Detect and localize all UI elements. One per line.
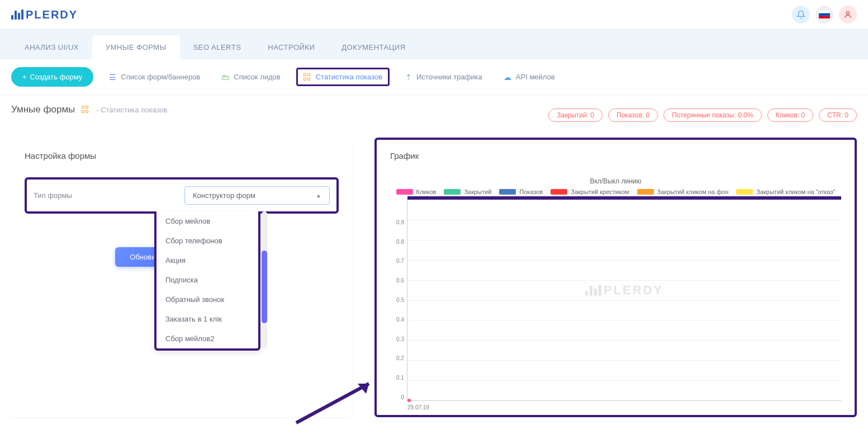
svg-point-3 xyxy=(846,12,849,15)
grid-line xyxy=(407,380,841,381)
y-tick: 0.6 xyxy=(391,277,404,284)
dropdown-option[interactable]: Подписка xyxy=(156,270,258,290)
swatch-icon xyxy=(637,189,654,195)
toolbar-link-label: Источники трафика xyxy=(416,73,482,81)
y-tick: 0.2 xyxy=(391,355,404,361)
legend-label: Закрытий крестиком xyxy=(571,188,629,195)
toolbar-link-traffic-sources[interactable]: ⇡ Источники трафика xyxy=(400,69,488,85)
chart-title: График xyxy=(390,151,841,161)
grid-line xyxy=(407,220,841,220)
tab-seo-alerts[interactable]: SEO ALERTS xyxy=(180,35,255,59)
tab-smart-forms[interactable]: УМНЫЕ ФОРМЫ xyxy=(92,35,180,59)
swatch-icon xyxy=(551,189,567,195)
grid-line xyxy=(407,240,841,240)
scrollbar-thumb[interactable] xyxy=(262,251,267,323)
y-tick: 0.3 xyxy=(391,336,404,342)
stat-closes: Закрытий: 0 xyxy=(548,108,603,122)
grid-line xyxy=(407,340,841,341)
y-tick: 0.7 xyxy=(391,258,404,264)
dropdown-option[interactable]: Сбор мейлов xyxy=(156,211,258,231)
page-title: Умные формы xyxy=(11,104,75,115)
y-tick: 0.5 xyxy=(391,297,404,303)
toolbar-link-statistics[interactable]: Статистика показов xyxy=(296,68,390,86)
legend-item-close-bg[interactable]: Закрытий кликом на фон xyxy=(637,188,729,195)
swatch-icon xyxy=(499,189,516,195)
folder-icon: 🗀 xyxy=(221,73,229,82)
select-value: Конструктор форм xyxy=(193,191,255,200)
tab-documentation[interactable]: ДОКУМЕНТАЦИЯ xyxy=(328,35,419,59)
top-nav: АНАЛИЗ UI/UX УМНЫЕ ФОРМЫ SEO ALERTS НАСТ… xyxy=(0,30,868,59)
legend-item-closes[interactable]: Закрытий xyxy=(444,188,491,195)
chart-area: 1 0.9 0.8 0.7 0.6 0.5 0.4 0.3 0.2 0.1 0 xyxy=(407,200,841,401)
legend-item-close-refuse[interactable]: Закрытий кликом на "отказ" xyxy=(736,188,835,195)
toolbar-link-label: Список форм/баннеров xyxy=(121,73,200,81)
create-form-label: Создать форму xyxy=(30,73,83,81)
legend-item-close-x[interactable]: Закрытий крестиком xyxy=(551,188,629,195)
dropdown-option[interactable]: Обратный звонок xyxy=(156,290,258,309)
chart-annotation-bar xyxy=(407,196,841,200)
legend-item-shows[interactable]: Показов xyxy=(499,188,543,195)
legend-item-clicks[interactable]: Кликов xyxy=(396,188,437,195)
cloud-icon: ☁ xyxy=(504,73,511,82)
bell-icon[interactable] xyxy=(792,6,810,23)
dropdown-option[interactable]: Сбор телефонов xyxy=(156,231,258,251)
legend-label: Закрытий кликом на фон xyxy=(657,188,729,195)
header-right xyxy=(792,6,857,23)
y-axis-labels: 1 0.9 0.8 0.7 0.6 0.5 0.4 0.3 0.2 0.1 0 xyxy=(391,200,404,400)
legend-label: Показов xyxy=(519,188,543,195)
toolbar-link-label: Статистика показов xyxy=(316,73,382,81)
stat-lost-shows: Потерянные показы: 0.0% xyxy=(663,108,761,122)
svg-line-4 xyxy=(296,384,369,423)
legend-title: Вкл/Выкл линию xyxy=(390,177,841,185)
stat-shows: Показов: 0 xyxy=(608,108,658,122)
annotation-arrow-icon xyxy=(291,372,380,428)
dropdown-option[interactable]: Заказать в 1 клік xyxy=(156,309,258,329)
toolbar-link-forms-list[interactable]: ☰ Список форм/баннеров xyxy=(103,69,206,85)
logo[interactable]: PLERDY xyxy=(11,8,78,21)
chart-icon: ⇡ xyxy=(405,73,412,82)
list-icon: ☰ xyxy=(109,73,116,82)
tab-settings[interactable]: НАСТРОЙКИ xyxy=(254,35,328,59)
user-icon[interactable] xyxy=(839,6,857,23)
y-tick: 0.4 xyxy=(391,317,404,323)
grid-line xyxy=(407,320,841,320)
form-type-dropdown: Сбор мейлов Сбор телефонов Акция Подписк… xyxy=(154,211,260,351)
toolbar-link-label: Список лидов xyxy=(234,73,280,81)
grid-line xyxy=(407,360,841,361)
svg-rect-1 xyxy=(819,13,830,16)
toolbar-link-leads-list[interactable]: 🗀 Список лидов xyxy=(216,69,286,85)
dropdown-option[interactable]: Сбор мейлов2 xyxy=(156,329,258,348)
dropdown-scrollbar[interactable] xyxy=(262,211,267,348)
form-type-row: Тип формы Конструктор форм ▲ xyxy=(25,177,339,214)
y-tick: 0.1 xyxy=(391,375,404,381)
page-heading: Умные формы - Статистика показов xyxy=(11,104,167,115)
create-form-button[interactable]: + Создать форму xyxy=(11,67,93,87)
language-flag-icon[interactable] xyxy=(815,6,833,23)
grid-line xyxy=(407,300,841,301)
form-type-label: Тип формы xyxy=(34,191,72,200)
legend-label: Закрытий кликом на "отказ" xyxy=(756,188,835,195)
x-tick: 29.07.19 xyxy=(407,404,429,410)
dropdown-option[interactable]: Акция xyxy=(156,251,258,270)
chart-data-point xyxy=(407,399,411,402)
swatch-icon xyxy=(444,189,461,195)
legend-label: Кликов xyxy=(416,188,437,195)
svg-rect-0 xyxy=(819,11,830,13)
toolbar: + Создать форму ☰ Список форм/баннеров 🗀… xyxy=(0,59,868,95)
logo-bars-icon xyxy=(11,10,23,20)
toolbar-link-api-mails[interactable]: ☁ API мейлов xyxy=(498,69,561,85)
grid-line xyxy=(407,280,841,281)
grid-line xyxy=(407,260,841,261)
stat-ctr: CTR: 0 xyxy=(819,108,857,122)
logo-text: PLERDY xyxy=(26,8,78,21)
plus-icon: + xyxy=(22,73,27,81)
y-tick: 0.8 xyxy=(391,239,404,245)
legend-label: Закрытий xyxy=(464,188,491,195)
tab-analysis[interactable]: АНАЛИЗ UI/UX xyxy=(11,35,92,59)
chart-legend: Кликов Закрытий Показов Закрытий крестик… xyxy=(390,188,841,195)
toolbar-link-label: API мейлов xyxy=(516,73,555,81)
y-tick: 0.9 xyxy=(391,219,404,225)
form-type-select[interactable]: Конструктор форм ▲ xyxy=(184,186,330,205)
swatch-icon xyxy=(396,189,413,195)
chevron-up-icon: ▲ xyxy=(316,192,321,199)
